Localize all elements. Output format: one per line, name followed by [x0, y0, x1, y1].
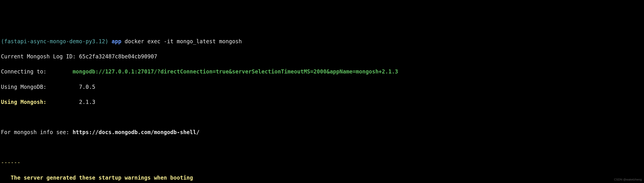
connecting-line: Connecting to: mongodb://127.0.0.1:27017…	[1, 68, 643, 76]
mongosh-label: Using Mongosh:	[1, 99, 46, 105]
mongodb-version-line: Using MongoDB: 7.0.5	[1, 84, 643, 91]
mongosh-version-line: Using Mongosh: 2.1.3	[1, 98, 643, 106]
env-name: (fastapi-async-mongo-demo-py3.12)	[1, 38, 108, 44]
info-prefix: For mongosh info see:	[1, 129, 72, 136]
mongosh-value: 2.1.3	[79, 99, 95, 105]
warnings-header-text: The server generated these startup warni…	[10, 175, 193, 181]
connecting-url: mongodb://127.0.0.1:27017/?directConnect…	[72, 68, 398, 75]
connecting-label: Connecting to:	[1, 68, 46, 75]
mongodb-value: 7.0.5	[79, 84, 95, 90]
current-dir: app	[112, 38, 121, 44]
terminal-output[interactable]: (fastapi-async-mongo-demo-py3.12) app do…	[0, 30, 644, 183]
blank-line-2	[1, 144, 643, 152]
log-id-value: 65c2fa32487c8be04cb90907	[79, 54, 157, 60]
log-id-line: Current Mongosh Log ID: 65c2fa32487c8be0…	[1, 53, 643, 60]
mongodb-label: Using MongoDB:	[1, 84, 46, 90]
info-line: For mongosh info see: https://docs.mongo…	[1, 129, 643, 136]
prompt-line: (fastapi-async-mongo-demo-py3.12) app do…	[1, 38, 643, 46]
warnings-header: The server generated these startup warni…	[1, 174, 643, 182]
watermark-text: CSDN @waketzheng	[614, 178, 642, 182]
blank-line-1	[1, 114, 643, 121]
info-url: https://docs.mongodb.com/mongodb-shell/	[72, 129, 200, 136]
command-text: docker exec -it mongo_latest mongosh	[124, 38, 242, 44]
divider-top: ------	[1, 159, 643, 166]
log-id-label: Current Mongosh Log ID:	[1, 54, 76, 60]
